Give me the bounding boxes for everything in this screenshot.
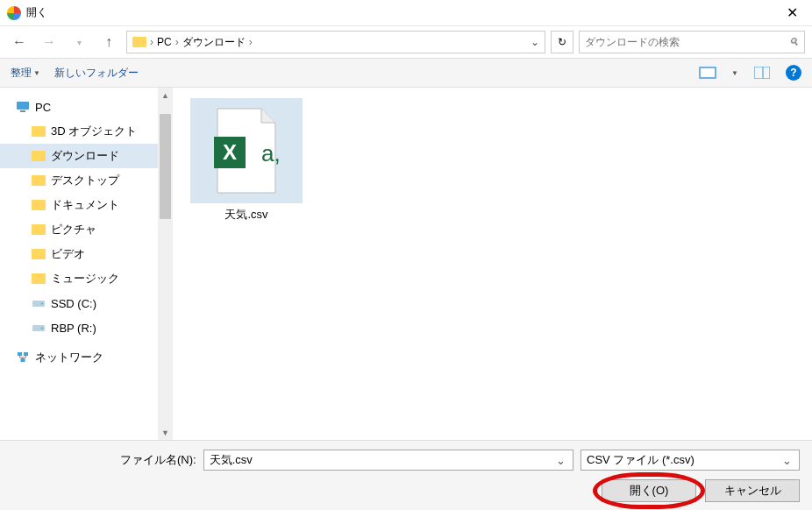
filetype-filter[interactable]: CSV ファイル (*.csv) ⌄	[581, 450, 800, 471]
dropdown-icon[interactable]: ⌄	[780, 454, 794, 467]
tree-label: ネットワーク	[35, 350, 103, 365]
preview-pane-button[interactable]	[752, 65, 772, 81]
file-item-csv[interactable]: X a, 天気.csv	[190, 98, 303, 223]
tree-label: PC	[35, 101, 51, 114]
file-list: X a, 天気.csv	[173, 88, 812, 440]
folder-icon	[32, 200, 46, 210]
svg-rect-10	[18, 352, 22, 356]
chevron-right-icon: ›	[150, 36, 153, 48]
open-button-label: 開く(O)	[630, 483, 669, 499]
chrome-icon	[7, 6, 21, 20]
search-box[interactable]: 🔍︎	[579, 31, 805, 53]
svg-rect-12	[21, 358, 25, 362]
view-menu[interactable]	[698, 65, 717, 81]
svg-text:X: X	[223, 140, 237, 164]
svg-text:a,: a,	[261, 140, 281, 166]
toolbar: 整理 ▼ 新しいフォルダー ▼ ?	[0, 58, 812, 88]
tree-item-music[interactable]: ミュージック	[0, 266, 158, 291]
tree-item-desktop[interactable]: デスクトップ	[0, 168, 158, 193]
search-input[interactable]	[585, 36, 788, 48]
tree-scrollbar[interactable]: ▲ ▼	[158, 88, 173, 440]
tree-item-3d-objects[interactable]: 3D オブジェクト	[0, 119, 158, 144]
window-title: 開く	[26, 5, 780, 20]
new-folder-button[interactable]: 新しいフォルダー	[54, 66, 139, 81]
pc-icon	[16, 100, 30, 114]
tree-label: ピクチャ	[51, 222, 96, 237]
tree-label: ミュージック	[51, 271, 119, 287]
folder-icon	[132, 37, 146, 47]
address-bar[interactable]: › PC › ダウンロード › ⌄	[126, 31, 545, 53]
scroll-down-icon[interactable]: ▼	[158, 425, 173, 440]
open-button[interactable]: 開く(O)	[602, 479, 696, 502]
scroll-up-icon[interactable]: ▲	[158, 88, 173, 103]
svg-rect-4	[17, 102, 29, 110]
tree-label: ダウンロード	[51, 148, 119, 164]
nav-bar: ← → ▾ ↑ › PC › ダウンロード › ⌄ ↻ 🔍︎	[0, 26, 812, 58]
tree-item-rbp[interactable]: RBP (R:)	[0, 315, 158, 340]
svg-point-7	[41, 303, 43, 305]
organize-label: 整理	[11, 66, 32, 81]
svg-rect-2	[754, 67, 770, 79]
folder-icon	[32, 151, 46, 161]
tree-item-ssd[interactable]: SSD (C:)	[0, 291, 158, 315]
title-bar: 開く ✕	[0, 0, 812, 26]
help-button[interactable]: ?	[786, 65, 801, 81]
tree-label: 3D オブジェクト	[51, 124, 137, 139]
cancel-button-label: キャンセル	[724, 483, 781, 499]
filename-label: ファイル名(N):	[120, 452, 196, 468]
new-folder-label: 新しいフォルダー	[54, 66, 139, 81]
tree-item-pc[interactable]: PC	[0, 95, 158, 119]
view-dropdown-icon[interactable]: ▼	[731, 69, 738, 77]
folder-icon	[32, 273, 46, 284]
folder-icon	[32, 249, 46, 259]
organize-menu[interactable]: 整理 ▼	[11, 66, 40, 81]
tree-item-pictures[interactable]: ピクチャ	[0, 217, 158, 242]
refresh-button[interactable]: ↻	[551, 31, 573, 53]
back-button[interactable]: ←	[7, 30, 32, 54]
forward-button[interactable]: →	[37, 30, 61, 54]
tree-label: RBP (R:)	[51, 322, 96, 335]
folder-icon	[32, 224, 46, 235]
tree-label: SSD (C:)	[51, 297, 96, 310]
tree-item-documents[interactable]: ドキュメント	[0, 193, 158, 217]
svg-rect-11	[24, 352, 28, 356]
breadcrumb-folder[interactable]: ダウンロード	[182, 35, 246, 50]
drive-icon	[32, 321, 46, 335]
navigation-tree: PC 3D オブジェクト ダウンロード デスクトップ ドキュメント ピクチャ ビ…	[0, 88, 158, 440]
file-thumbnail: X a,	[190, 98, 303, 203]
network-icon	[16, 351, 30, 365]
chevron-right-icon: ›	[175, 36, 179, 48]
file-name-label: 天気.csv	[190, 207, 303, 223]
folder-icon	[32, 126, 46, 137]
recent-dropdown[interactable]: ▾	[67, 30, 91, 54]
cancel-button[interactable]: キャンセル	[705, 479, 800, 502]
up-button[interactable]: ↑	[96, 30, 121, 54]
chevron-right-icon: ›	[249, 36, 253, 48]
svg-point-9	[41, 328, 43, 329]
dropdown-icon[interactable]: ⌄	[553, 454, 567, 467]
address-dropdown[interactable]: ⌄	[531, 36, 539, 48]
search-icon: 🔍︎	[788, 36, 799, 48]
tree-label: ビデオ	[51, 246, 85, 262]
scrollbar-thumb[interactable]	[160, 114, 171, 219]
filename-input[interactable]	[210, 454, 553, 467]
tree-label: デスクトップ	[51, 173, 119, 188]
tree-label: ドキュメント	[51, 197, 119, 213]
drive-icon	[32, 296, 46, 310]
svg-rect-5	[20, 110, 25, 112]
filter-label: CSV ファイル (*.csv)	[587, 452, 780, 468]
close-button[interactable]: ✕	[780, 1, 805, 25]
filename-combo[interactable]: ⌄	[203, 450, 573, 471]
tree-item-downloads[interactable]: ダウンロード	[0, 144, 158, 168]
svg-rect-1	[701, 68, 715, 77]
dropdown-icon: ▼	[33, 69, 40, 77]
breadcrumb-pc[interactable]: PC	[157, 36, 172, 48]
tree-item-network[interactable]: ネットワーク	[0, 345, 158, 370]
bottom-bar: ファイル名(N): ⌄ CSV ファイル (*.csv) ⌄ 開く(O) キャン…	[0, 440, 812, 510]
folder-icon	[32, 175, 46, 186]
body-area: PC 3D オブジェクト ダウンロード デスクトップ ドキュメント ピクチャ ビ…	[0, 88, 812, 440]
tree-item-videos[interactable]: ビデオ	[0, 242, 158, 266]
